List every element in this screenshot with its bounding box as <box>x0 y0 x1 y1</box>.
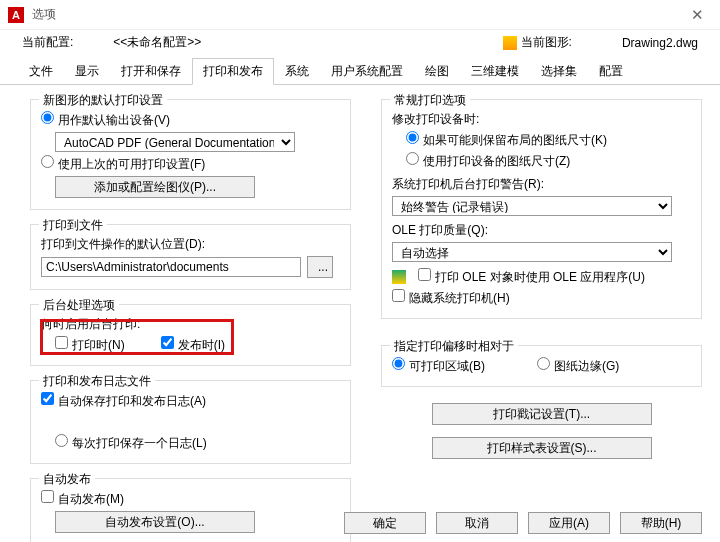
group-log: 打印和发布日志文件 自动保存打印和发布日志(A) 保存一个连续打印日志(C) 每… <box>30 380 351 464</box>
tab-user-prefs[interactable]: 用户系统配置 <box>320 58 414 85</box>
browse-button[interactable]: ... <box>307 256 333 278</box>
check-publishing[interactable]: 发布时(I) <box>161 336 225 354</box>
tab-selection[interactable]: 选择集 <box>530 58 588 85</box>
group-title: 后台处理选项 <box>39 297 119 314</box>
close-icon[interactable]: ✕ <box>683 6 712 24</box>
group-auto-publish: 自动发布 自动发布(M) 自动发布设置(O)... <box>30 478 351 542</box>
radio-default-device[interactable]: 用作默认输出设备(V) <box>41 111 170 129</box>
group-title: 新图形的默认打印设置 <box>39 92 167 109</box>
tab-system[interactable]: 系统 <box>274 58 320 85</box>
current-profile: <<未命名配置>> <box>113 34 201 51</box>
app-logo: A <box>8 7 24 23</box>
auto-publish-settings-button[interactable]: 自动发布设置(O)... <box>55 511 255 533</box>
group-plot-offset: 指定打印偏移时相对于 可打印区域(B) 图纸边缘(G) <box>381 345 702 387</box>
current-drawing-label: 当前图形: <box>521 34 572 51</box>
ole-icon <box>392 270 406 284</box>
ole-quality-select[interactable]: 自动选择 <box>392 242 672 262</box>
modify-device-label: 修改打印设备时: <box>392 111 479 128</box>
add-plotter-button[interactable]: 添加或配置绘图仪(P)... <box>55 176 255 198</box>
group-title: 自动发布 <box>39 471 95 488</box>
radio-device-size[interactable]: 使用打印设备的图纸尺寸(Z) <box>406 152 570 170</box>
device-select[interactable]: AutoCAD PDF (General Documentation).p <box>55 132 295 152</box>
plot-style-button[interactable]: 打印样式表设置(S)... <box>432 437 652 459</box>
group-title: 打印到文件 <box>39 217 107 234</box>
group-title: 常规打印选项 <box>390 92 470 109</box>
radio-printable-area[interactable]: 可打印区域(B) <box>392 357 485 375</box>
ok-button[interactable]: 确定 <box>344 512 426 534</box>
check-auto-publish[interactable]: 自动发布(M) <box>41 490 124 508</box>
group-general-plot: 常规打印选项 修改打印设备时: 如果可能则保留布局的图纸尺寸(K) 使用打印设备… <box>381 99 702 319</box>
spool-alert-label: 系统打印机后台打印警告(R): <box>392 176 544 193</box>
ole-quality-label: OLE 打印质量(Q): <box>392 222 488 239</box>
tab-3d[interactable]: 三维建模 <box>460 58 530 85</box>
radio-per-plot-log[interactable]: 每次打印保存一个日志(L) <box>55 434 207 452</box>
group-default-plot: 新图形的默认打印设置 用作默认输出设备(V) AutoCAD PDF (Gene… <box>30 99 351 210</box>
path-input[interactable] <box>41 257 301 277</box>
window-title: 选项 <box>32 6 683 23</box>
tab-files[interactable]: 文件 <box>18 58 64 85</box>
spool-alert-select[interactable]: 始终警告 (记录错误) <box>392 196 672 216</box>
help-button[interactable]: 帮助(H) <box>620 512 702 534</box>
group-plot-to-file: 打印到文件 打印到文件操作的默认位置(D): ... <box>30 224 351 290</box>
tab-open-save[interactable]: 打开和保存 <box>110 58 192 85</box>
when-enable-label: 何时启用后台打印: <box>41 316 140 333</box>
group-title: 打印和发布日志文件 <box>39 373 155 390</box>
cancel-button[interactable]: 取消 <box>436 512 518 534</box>
tabs: 文件 显示 打开和保存 打印和发布 系统 用户系统配置 绘图 三维建模 选择集 … <box>0 57 720 85</box>
tab-profiles[interactable]: 配置 <box>588 58 634 85</box>
default-location-label: 打印到文件操作的默认位置(D): <box>41 236 205 253</box>
current-profile-label: 当前配置: <box>22 34 73 51</box>
tab-print-publish[interactable]: 打印和发布 <box>192 58 274 85</box>
radio-last-settings[interactable]: 使用上次的可用打印设置(F) <box>41 155 205 173</box>
check-auto-save-log[interactable]: 自动保存打印和发布日志(A) <box>41 392 206 410</box>
plot-stamp-button[interactable]: 打印戳记设置(T)... <box>432 403 652 425</box>
check-hide-printers[interactable]: 隐藏系统打印机(H) <box>392 289 510 307</box>
check-ole-app[interactable]: 打印 OLE 对象时使用 OLE 应用程序(U) <box>418 268 645 286</box>
radio-keep-size[interactable]: 如果可能则保留布局的图纸尺寸(K) <box>406 131 607 149</box>
drawing-icon <box>503 36 517 50</box>
group-title: 指定打印偏移时相对于 <box>390 338 518 355</box>
check-plotting[interactable]: 打印时(N) <box>55 336 125 354</box>
current-drawing: Drawing2.dwg <box>622 36 698 50</box>
apply-button[interactable]: 应用(A) <box>528 512 610 534</box>
group-background: 后台处理选项 何时启用后台打印: 打印时(N) 发布时(I) <box>30 304 351 366</box>
tab-drafting[interactable]: 绘图 <box>414 58 460 85</box>
tab-display[interactable]: 显示 <box>64 58 110 85</box>
radio-paper-edge[interactable]: 图纸边缘(G) <box>537 357 619 375</box>
